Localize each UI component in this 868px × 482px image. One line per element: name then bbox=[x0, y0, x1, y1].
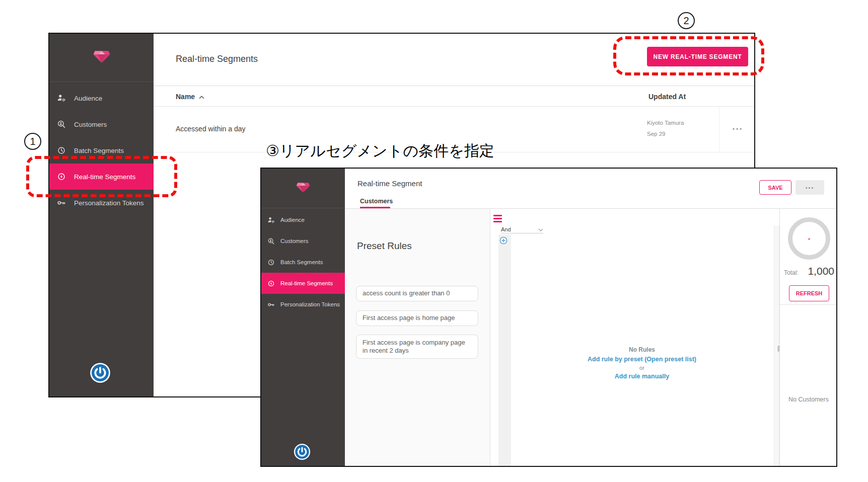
save-button[interactable]: SAVE bbox=[759, 180, 791, 195]
no-rules-text: No Rules bbox=[561, 346, 722, 353]
summary-divider bbox=[780, 304, 836, 305]
sidebar-item-label: Batch Segments bbox=[280, 259, 323, 265]
key-icon bbox=[56, 198, 66, 207]
treasure-data-power-logo[interactable] bbox=[294, 443, 311, 460]
sidebar-item-label: Batch Segments bbox=[74, 147, 124, 154]
brand-diamond-icon bbox=[92, 49, 111, 66]
resize-handle[interactable]: ∥ bbox=[777, 345, 780, 352]
add-rule-manually-link[interactable]: Add rule manually bbox=[561, 373, 722, 380]
preset-rule-item[interactable]: First access page is company page in rec… bbox=[356, 335, 478, 359]
customer-search-icon bbox=[267, 237, 275, 245]
donut-value: - bbox=[808, 234, 811, 243]
operator-select[interactable]: And bbox=[501, 225, 543, 233]
refresh-button[interactable]: REFRESH bbox=[789, 285, 829, 301]
sidebar: Audience Customers Batch Segments bbox=[49, 34, 154, 396]
match-rate-donut: - bbox=[788, 217, 830, 260]
operator-value: And bbox=[501, 226, 511, 232]
total-value: 1,000 bbox=[808, 265, 834, 277]
logo-area bbox=[49, 34, 154, 82]
add-rule-icon[interactable] bbox=[499, 236, 508, 245]
total-row: Total: 1,000 bbox=[784, 265, 834, 277]
logo-area bbox=[261, 169, 345, 208]
brand-diamond-icon bbox=[296, 181, 311, 196]
table-header-divider bbox=[154, 106, 754, 107]
add-rule-by-preset-link[interactable]: Add rule by preset (Open preset list) bbox=[561, 356, 722, 363]
sidebar-item-label: Personalization Tokens bbox=[280, 301, 340, 307]
preset-rules-title: Preset Rules bbox=[357, 240, 412, 252]
chevron-down-icon bbox=[538, 226, 543, 232]
row-more-icon[interactable]: ••• bbox=[733, 126, 744, 133]
sidebar: Audience Customers Batch Segments bbox=[261, 169, 345, 466]
key-icon bbox=[267, 301, 275, 308]
header-divider bbox=[154, 86, 754, 86]
sidebar-item-label: Customers bbox=[74, 121, 107, 128]
sidebar-item-personalization-tokens[interactable]: Personalization Tokens bbox=[261, 294, 345, 315]
segment-name-cell[interactable]: Accessed within a day bbox=[176, 125, 246, 133]
sidebar-item-label: Audience bbox=[280, 217, 305, 223]
rule-menu-icon[interactable] bbox=[493, 215, 502, 222]
sidebar-nav: Audience Customers Batch Segments bbox=[261, 209, 345, 315]
sort-ascending-icon[interactable] bbox=[199, 93, 204, 101]
updated-by-cell: Kiyoto Tamura bbox=[647, 120, 684, 126]
annotation-step-1: 1 bbox=[24, 133, 41, 150]
annotation-step-3-label: ③リアルセグメントの条件を指定 bbox=[266, 141, 494, 162]
panel-divider-line bbox=[779, 209, 780, 466]
sidebar-item-label: Customers bbox=[280, 238, 309, 244]
annotation-highlight-sidebar-item bbox=[26, 156, 177, 197]
rule-group-rail bbox=[498, 234, 511, 466]
rules-empty-state: No Rules Add rule by preset (Open preset… bbox=[561, 346, 722, 382]
table-header-name[interactable]: Name bbox=[176, 93, 204, 101]
tab-customers[interactable]: Customers bbox=[360, 198, 393, 205]
history-clock-icon bbox=[56, 146, 66, 155]
lightning-circle-icon bbox=[267, 280, 275, 287]
treasure-data-power-logo[interactable] bbox=[90, 362, 111, 383]
total-label: Total: bbox=[784, 269, 799, 276]
preset-rule-item[interactable]: First access page is home page bbox=[356, 310, 478, 326]
preset-rule-item[interactable]: access count is greater than 0 bbox=[356, 286, 478, 301]
annotation-highlight-new-button bbox=[613, 36, 764, 75]
window-segment-editor: Audience Customers Batch Segments bbox=[260, 168, 837, 467]
sidebar-item-batch-segments[interactable]: Batch Segments bbox=[261, 252, 345, 273]
sidebar-item-label: Real-time Segments bbox=[280, 280, 333, 286]
sidebar-item-audience[interactable]: Audience bbox=[49, 85, 154, 111]
audience-icon bbox=[56, 94, 66, 103]
row-actions-cell: ••• bbox=[719, 107, 755, 152]
updated-date-cell: Sep 29 bbox=[647, 131, 665, 137]
sidebar-item-customers[interactable]: Customers bbox=[261, 230, 345, 252]
sidebar-item-audience[interactable]: Audience bbox=[261, 209, 345, 230]
preset-rules-panel: Preset Rules access count is greater tha… bbox=[345, 209, 490, 466]
page-title: Real-time Segment bbox=[357, 179, 422, 188]
sidebar-item-customers[interactable]: Customers bbox=[49, 111, 154, 137]
history-clock-icon bbox=[267, 259, 275, 266]
sidebar-item-realtime-segments[interactable]: Real-time Segments bbox=[261, 273, 345, 294]
table-header-updated-at[interactable]: Updated At bbox=[648, 93, 686, 101]
no-customers-text: No Customers bbox=[780, 396, 837, 403]
page-title: Real-time Segments bbox=[176, 54, 258, 64]
audience-icon bbox=[267, 216, 275, 224]
sidebar-item-label: Personalization Tokens bbox=[74, 199, 144, 207]
more-options-button[interactable]: ••• bbox=[795, 180, 824, 195]
sidebar-item-label: Audience bbox=[74, 95, 102, 102]
or-text: or bbox=[561, 365, 722, 371]
customer-search-icon bbox=[56, 120, 66, 129]
tutorial-canvas: Audience Customers Batch Segments bbox=[0, 0, 868, 482]
annotation-step-2: 2 bbox=[678, 12, 695, 29]
